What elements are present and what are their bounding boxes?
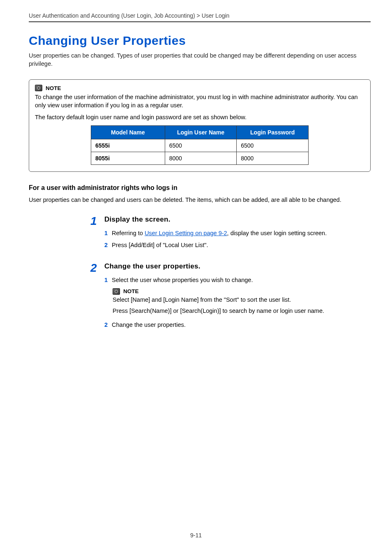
- intro-text: User properties can be changed. Types of…: [29, 52, 371, 68]
- substep: 2 Press [Add/Edit] of "Local User List".: [104, 241, 371, 249]
- admin-desc: User properties can be changed and users…: [29, 197, 371, 203]
- substep-number: 1: [104, 229, 108, 237]
- note-block-inline: NOTE Select [Name] and [Login Name] from…: [113, 288, 363, 315]
- step-number: 1: [90, 215, 104, 227]
- substep-text: Select the user whose properties you wis…: [112, 276, 253, 284]
- table-header-row: Model Name Login User Name Login Passwor…: [91, 126, 309, 139]
- note-label: NOTE: [123, 288, 139, 294]
- note-block: NOTE To change the user information of t…: [29, 79, 371, 172]
- text-fragment: Referring to: [112, 230, 145, 236]
- substep: 1 Select the user whose properties you w…: [104, 276, 371, 284]
- cell-user: 8000: [165, 152, 237, 165]
- note-header: NOTE: [35, 85, 364, 91]
- th-login-pass: Login Password: [237, 126, 309, 139]
- note-icon: [113, 288, 120, 295]
- page-title: Changing User Properties: [29, 34, 371, 48]
- cell-pass: 8000: [237, 152, 309, 165]
- cell-model: 8055i: [91, 152, 165, 165]
- text-fragment: , display the user login setting screen.: [227, 230, 327, 236]
- header-rule: [29, 21, 371, 22]
- step-title: Display the screen.: [104, 215, 371, 224]
- th-model: Model Name: [91, 126, 165, 139]
- step-title: Change the user properties.: [104, 262, 371, 271]
- cross-ref-link[interactable]: User Login Setting on page 9-2: [145, 230, 227, 236]
- substep-number: 2: [104, 241, 108, 249]
- procedure-step: 1 Display the screen. 1 Referring to Use…: [90, 215, 371, 253]
- note-paragraph: The factory default login user name and …: [35, 113, 364, 121]
- cell-user: 6500: [165, 139, 237, 152]
- substep: 2 Change the user properties.: [104, 321, 371, 329]
- table-row: 8055i 8000 8000: [91, 152, 309, 165]
- procedure-step: 2 Change the user properties. 1 Select t…: [90, 262, 371, 333]
- substep-text: Press [Add/Edit] of "Local User List".: [112, 241, 208, 249]
- cell-model: 6555i: [91, 139, 165, 152]
- page-number: 9-11: [0, 532, 392, 539]
- substep-number: 2: [104, 321, 108, 329]
- note-paragraph: Press [Search(Name)] or [Search(Login)] …: [113, 307, 363, 315]
- substep: 1 Referring to User Login Setting on pag…: [104, 229, 371, 237]
- table-row: 6555i 6500 6500: [91, 139, 309, 152]
- note-icon: [35, 85, 42, 91]
- note-label: NOTE: [46, 85, 61, 91]
- credentials-table: Model Name Login User Name Login Passwor…: [91, 125, 309, 165]
- substep-text: Referring to User Login Setting on page …: [112, 229, 327, 237]
- admin-heading: For a user with administrator rights who…: [29, 184, 371, 192]
- note-paragraph: Select [Name] and [Login Name] from the …: [113, 296, 363, 304]
- note-header: NOTE: [113, 288, 363, 295]
- step-number: 2: [90, 262, 104, 274]
- th-login-user: Login User Name: [165, 126, 237, 139]
- substep-number: 1: [104, 276, 108, 284]
- note-paragraph: To change the user information of the ma…: [35, 93, 364, 110]
- substep-text: Change the user properties.: [112, 321, 186, 329]
- breadcrumb: User Authentication and Accounting (User…: [29, 12, 371, 19]
- cell-pass: 6500: [237, 139, 309, 152]
